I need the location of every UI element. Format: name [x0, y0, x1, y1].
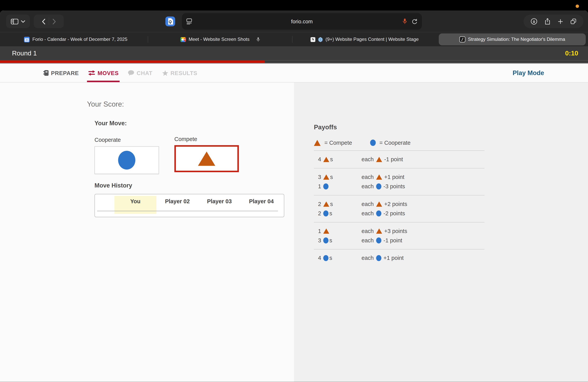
- password-manager-extension-button[interactable]: [165, 17, 175, 26]
- each-label: each: [361, 228, 374, 234]
- payoff-value: +1 point: [384, 174, 404, 180]
- tab-title: (9+) Website Pages Content | Website Sta…: [326, 37, 419, 42]
- each-label: each: [361, 201, 374, 207]
- option-compete: Compete: [174, 137, 239, 174]
- circle-icon: [118, 151, 135, 170]
- payoff-combination: 2s: [314, 210, 361, 216]
- payoff-count: 2: [318, 201, 321, 207]
- google-meet-icon: [180, 37, 186, 42]
- move-history-column-you: You: [114, 198, 156, 204]
- tab-prepare[interactable]: PREPARE: [43, 64, 79, 82]
- forward-button[interactable]: [52, 19, 56, 24]
- tab-meet[interactable]: Meet - Website Screen Shots: [148, 32, 292, 46]
- payoff-line: 3seach+1 point: [314, 172, 484, 181]
- triangle-icon: [376, 157, 382, 162]
- new-tab-button[interactable]: [558, 19, 563, 24]
- page-format-icon[interactable]: [186, 18, 192, 24]
- circle-icon: [376, 210, 381, 216]
- payoff-value: -1 point: [383, 237, 402, 244]
- tab-chat[interactable]: CHAT: [128, 64, 152, 82]
- screen: forio.com: [0, 0, 588, 382]
- each-label: each: [361, 174, 374, 180]
- share-button[interactable]: [545, 18, 551, 25]
- move-history-header-row: YouPlayer 02Player 03Player 04: [114, 198, 282, 204]
- triangle-icon: [323, 228, 329, 233]
- payoff-row: 4seach+1 point: [314, 249, 484, 267]
- compete-button-selected[interactable]: [174, 145, 239, 172]
- each-label: each: [361, 156, 374, 162]
- circle-icon: [323, 255, 329, 261]
- moves-arrows-icon: [88, 70, 95, 76]
- tab-strategy-simulation[interactable]: / Strategy Simulation: The Negotiator's …: [439, 33, 586, 45]
- tab-label: CHAT: [137, 70, 152, 76]
- tab-title: Meet - Website Screen Shots: [189, 37, 250, 42]
- sidebar-toggle-button[interactable]: [6, 15, 30, 28]
- back-button[interactable]: [42, 19, 45, 24]
- payoff-combination: 3s: [314, 237, 361, 244]
- triangle-icon: [376, 174, 382, 180]
- browser-toolbar: forio.com: [0, 11, 588, 32]
- payoff-result: each+3 points: [361, 228, 407, 234]
- payoffs-title: Payoffs: [314, 124, 588, 131]
- voice-search-icon[interactable]: [403, 18, 407, 24]
- tab-notion[interactable]: N (9+) Website Pages Content | Website S…: [293, 32, 437, 46]
- round-header: Round 1 0:10: [0, 46, 588, 60]
- payoff-count: 1: [318, 228, 321, 234]
- play-mode-button[interactable]: Play Mode: [513, 69, 544, 77]
- menu-bar: [0, 0, 588, 11]
- tab-calendar[interactable]: 31 Forio - Calendar - Week of December 7…: [4, 32, 148, 46]
- legend-compete-label: = Compete: [324, 139, 352, 146]
- circle-icon: [376, 255, 381, 261]
- triangle-icon: [323, 201, 329, 207]
- triangle-icon: [314, 140, 321, 146]
- your-move-label: Your Move:: [94, 120, 294, 127]
- compete-label: Compete: [174, 136, 239, 142]
- payoff-suffix: s: [330, 201, 333, 207]
- payoff-count: 2: [318, 210, 321, 216]
- tab-results[interactable]: RESULTS: [162, 64, 197, 82]
- url-text: forio.com: [291, 18, 313, 24]
- tab-overview-button[interactable]: [570, 18, 576, 24]
- payoffs-panel: Payoffs = Compete = Cooperate 4seach-1 p…: [294, 83, 588, 382]
- google-calendar-icon: 31: [24, 37, 30, 42]
- legend-cooperate-label: = Cooperate: [379, 139, 410, 146]
- triangle-icon: [376, 201, 382, 207]
- payoffs-legend: = Compete = Cooperate: [314, 139, 588, 146]
- browser-window: forio.com: [0, 11, 588, 382]
- round-progress-track: [0, 60, 588, 63]
- circle-icon: [376, 183, 381, 189]
- star-icon: [162, 70, 168, 76]
- address-bar[interactable]: forio.com: [182, 13, 422, 30]
- move-options: Cooperate Compete: [94, 137, 294, 174]
- move-history-column-player-3: Player 04: [240, 198, 282, 204]
- payoff-row: 4seach-1 point: [314, 150, 484, 168]
- prepare-notebook-icon: [43, 70, 49, 76]
- payoff-result: each+2 points: [361, 201, 407, 207]
- sidebar-icon: [11, 19, 19, 24]
- history-nav-group: [34, 15, 64, 28]
- cooperate-button[interactable]: [94, 146, 159, 174]
- payoff-combination: 1: [314, 183, 361, 190]
- triangle-icon: [323, 157, 329, 162]
- reload-icon[interactable]: [412, 18, 418, 24]
- payoff-combination: 3s: [314, 174, 361, 180]
- payoff-result: each-3 points: [361, 183, 405, 190]
- chat-bubble-icon: [128, 70, 134, 76]
- each-label: each: [361, 255, 374, 261]
- round-timer: 0:10: [565, 50, 578, 57]
- payoff-suffix: s: [329, 210, 332, 216]
- payoff-combination: 4s: [314, 156, 361, 162]
- circle-icon: [376, 237, 381, 243]
- payoff-result: each-2 points: [361, 210, 405, 216]
- payoff-suffix: s: [330, 156, 333, 162]
- payoff-value: -2 points: [383, 210, 405, 216]
- tab-moves[interactable]: MOVES: [88, 64, 119, 82]
- payoff-line: 1each+3 points: [314, 226, 484, 235]
- payoff-row: 2seach+2 points2seach-2 points: [314, 195, 484, 222]
- downloads-button[interactable]: [531, 18, 538, 25]
- move-history-column-player-2: Player 03: [198, 198, 240, 204]
- payoff-result: each-1 point: [361, 156, 403, 162]
- payoff-count: 3: [318, 174, 321, 180]
- globe-icon: [318, 37, 323, 42]
- payoff-rows: 4seach-1 point3seach+1 point1each-3 poin…: [314, 150, 484, 267]
